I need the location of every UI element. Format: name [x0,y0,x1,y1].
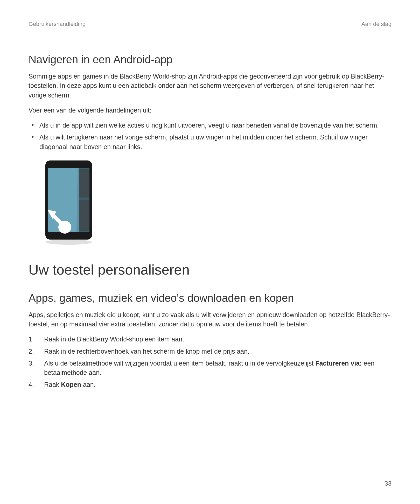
section1-paragraph2: Voer een van de volgende handelingen uit… [29,106,391,115]
list-item: Raak in de rechterbovenhoek van het sche… [29,347,391,356]
section3-ordered-list: Raak in de BlackBerry World-shop een ite… [29,334,391,389]
section-heading-download: Apps, games, muziek en video's downloade… [29,292,391,304]
header-title-left: Gebruikershandleiding [29,21,86,27]
step4-text-post: aan. [81,381,96,388]
list-item: Raak in de BlackBerry World-shop een ite… [29,334,391,344]
section-heading-personalize: Uw toestel personaliseren [29,262,391,278]
section3-paragraph1: Apps, spelletjes en muziek die u koopt, … [29,310,391,329]
page-header: Gebruikershandleiding Aan de slag [29,21,391,27]
step3-text-pre: Als u de betaalmethode wilt wijzigen voo… [44,360,315,367]
header-title-right: Aan de slag [361,21,391,27]
section1-bullet-list: Als u in de app wilt zien welke acties u… [29,121,391,151]
svg-point-0 [45,240,92,245]
phone-swipe-icon [40,159,97,246]
list-item: Als u de betaalmethode wilt wijzigen voo… [29,359,391,377]
step3-bold: Factureren via: [315,360,362,367]
list-item: Als u wilt terugkeren naar het vorige sc… [29,132,391,151]
phone-gesture-illustration [40,159,391,246]
list-item: Raak Kopen aan. [29,380,391,389]
section-heading-navigate: Navigeren in een Android-app [29,53,391,66]
svg-rect-6 [79,200,89,231]
step4-bold: Kopen [61,381,81,388]
list-item: Als u in de app wilt zien welke acties u… [29,121,391,130]
page-number: 33 [384,480,391,487]
section1-paragraph1: Sommige apps en games in de BlackBerry W… [29,72,391,100]
step4-text-pre: Raak [44,381,61,388]
svg-rect-5 [79,169,89,198]
